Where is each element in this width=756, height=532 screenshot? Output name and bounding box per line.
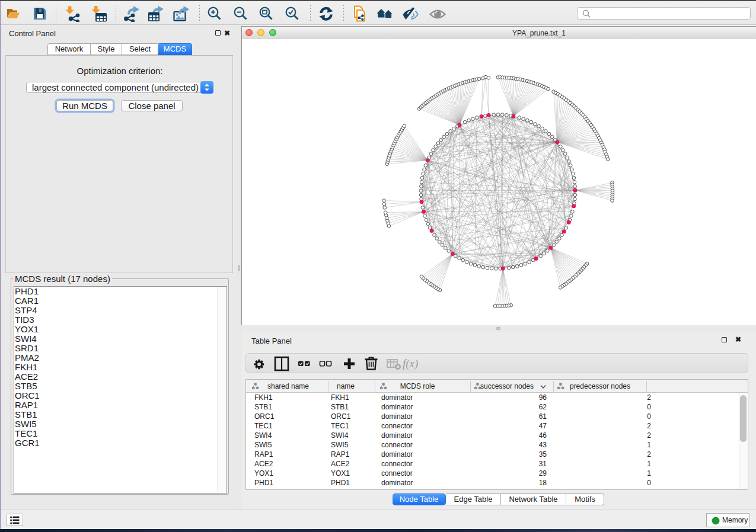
svg-text:f(x): f(x) (403, 357, 418, 370)
